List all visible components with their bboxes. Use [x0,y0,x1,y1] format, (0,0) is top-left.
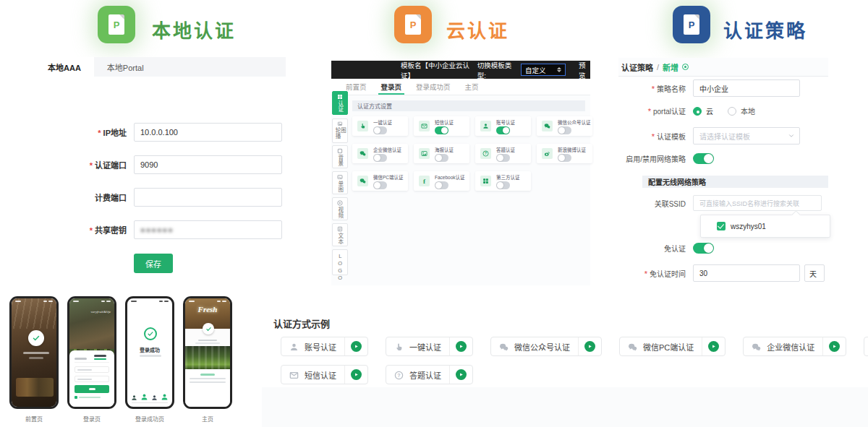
method-card-facebook: f Facebook认证 [414,171,469,191]
onekey-toggle[interactable] [373,126,387,134]
cloud-auth-icon: P [394,6,432,43]
free-auth-time-label: *免认证时间 [617,268,693,279]
sidebar-item-auth[interactable]: 认证 [332,91,348,115]
weibo-toggle[interactable] [558,154,571,162]
field-row-ip: *IP地址 10.0.0.100 [33,123,282,142]
tab-login-success-page[interactable]: 登录成功页 [416,79,451,95]
method-card-wechat-pc: 微信PC端认证 [352,171,408,191]
play-button[interactable] [823,341,846,352]
field-row-acct-port: 计费端口 [33,188,282,207]
image-icon [419,148,430,159]
sidebar-item-video[interactable]: 视频 [332,197,348,220]
example-quiz-auth[interactable]: 答题认证 [386,365,473,384]
sidebar-item-text[interactable]: 文本 [332,223,348,246]
template-name: 模板名【中小企业云认证】 [401,60,470,80]
example-wecom-auth[interactable]: 企业微信认证 [743,337,846,356]
quiz-toggle[interactable] [496,154,510,162]
example-weibo-auth[interactable]: 新浪微博认证 [864,337,868,356]
radio-cloud[interactable] [693,107,702,116]
login-tab[interactable] [75,358,87,360]
enable-policy-label: 启用/禁用网络策略 [617,153,693,164]
ssid-checkbox-checked[interactable] [717,222,726,230]
play-button[interactable] [579,341,601,352]
tab-pre-page[interactable]: 前置页 [346,79,367,95]
account-toggle[interactable] [496,126,510,134]
thirdparty-toggle[interactable] [496,181,510,189]
method-card-wechat-official: 微信公众号认证 [537,116,592,136]
auth-template-select[interactable]: 请选择认证模板 [693,127,800,145]
preview-button[interactable]: 预览 [579,60,590,80]
example-wechat-pc-auth[interactable]: 微信PC端认证 [619,337,726,356]
breadcrumb-separator: / [657,63,659,72]
square-icon [337,148,343,154]
username-field[interactable] [75,366,109,373]
example-sms-auth[interactable]: 短信认证 [281,365,368,384]
wecom-toggle[interactable] [373,154,387,162]
poster-toggle[interactable] [435,154,448,162]
text-placeholder [190,378,226,379]
radio-local-label[interactable]: 本地 [741,105,755,116]
example-onekey-auth[interactable]: 一键认证 [386,337,473,356]
save-button[interactable]: 保存 [134,254,173,273]
example-account-auth[interactable]: 账号认证 [281,337,368,356]
sidebar-item-logo[interactable]: LOGO [332,249,348,275]
wechat-official-toggle[interactable] [558,126,571,134]
play-button[interactable] [345,341,367,352]
radio-local[interactable] [728,107,736,116]
ssid-option-label[interactable]: wszyhys01 [731,223,766,230]
ssid-search-input[interactable]: 可直接输入SSID名称进行搜索关联 [693,195,822,211]
tab-local-portal[interactable]: 本地Portal [94,57,157,77]
text-placeholder [140,355,161,357]
template-type-select[interactable]: 自定义 [521,64,566,76]
free-auth-toggle[interactable] [693,243,714,254]
play-button[interactable] [450,369,472,380]
free-auth-time-input[interactable]: 30 [693,264,800,282]
chevron-down-icon [788,132,795,139]
tab-local-aaa[interactable]: 本地AAA [35,57,94,77]
agreement-row [75,396,109,399]
play-button[interactable] [345,369,367,380]
password-field[interactable] [75,376,109,382]
tab-home-page[interactable]: 主页 [465,79,479,95]
secret-input[interactable]: ●●●●●● [134,220,282,239]
enable-policy-toggle[interactable] [693,153,714,164]
radio-cloud-label[interactable]: 云 [706,105,713,116]
portal-auth-row: *portal认证 云 本地 [617,105,755,116]
wechat-pc-toggle[interactable] [373,181,387,189]
phone-caption: 登录成功页 [125,415,174,423]
grid-icon [480,176,491,186]
text-placeholder [190,381,226,383]
example-wechat-official-auth[interactable]: 微信公众号认证 [490,337,602,356]
login-tab-active[interactable] [94,355,106,360]
sidebar-item-background[interactable]: 背景 [332,145,348,168]
auth-template-row: *认证模板 请选择认证模板 [617,127,800,145]
ip-input[interactable]: 10.0.0.100 [134,123,282,142]
tab-login-page[interactable]: 登录页 [381,79,402,95]
examples-row-1: 账号认证 一键认证 微信公众号认证 微信PC端认证 企业微信认证 [281,337,868,356]
method-card-onekey: 一键认证 [352,116,408,136]
sms-toggle[interactable] [435,126,448,134]
play-button[interactable] [450,341,472,352]
sidebar-item-carousel[interactable]: 轮播图 [332,118,348,143]
grid-icon [337,94,343,100]
text-placeholder [198,340,217,342]
free-auth-time-unit-select[interactable]: 天 [804,264,825,282]
bottom-strip [262,387,868,427]
method-card-thirdparty: 第三方认证 [475,171,531,191]
agree-checkbox[interactable] [75,396,77,399]
policy-name-input[interactable]: 中小企业 [693,79,800,97]
acct-port-input[interactable] [134,188,282,207]
ssid-row: 关联SSID 可直接输入SSID名称进行搜索关联 [617,195,822,211]
examples-row-2: 短信认证 答题认证 [281,365,473,384]
hand-icon [357,121,368,131]
breadcrumb-root[interactable]: 认证策略 [621,61,653,73]
facebook-toggle[interactable] [435,181,448,189]
login-button[interactable] [75,385,109,393]
wechat-icon [542,121,553,131]
play-button[interactable] [702,341,725,352]
acct-port-label: 计费端口 [33,191,134,203]
icon-letter: P [410,20,417,30]
auth-port-input[interactable]: 9090 [134,155,282,174]
sidebar-item-single-image[interactable]: 单图 [332,171,348,194]
wechat-icon [628,342,637,351]
